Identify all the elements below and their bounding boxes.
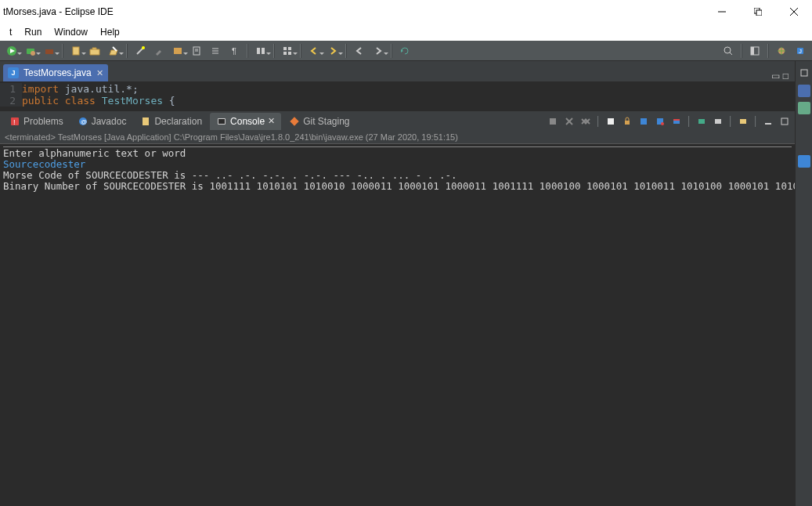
view-maximize-button[interactable]: [778, 114, 792, 128]
layout-button[interactable]: [252, 43, 269, 59]
code-editor[interactable]: 1 import java.util.*; 2 public class Tes…: [0, 81, 795, 110]
forward-button[interactable]: [370, 43, 387, 59]
nav-forward-button[interactable]: [324, 43, 341, 59]
console-removeall-button[interactable]: [579, 114, 593, 128]
console-scrolllock-button[interactable]: [620, 114, 634, 128]
svg-rect-31: [288, 52, 291, 55]
perspective-open-button[interactable]: [746, 43, 763, 59]
run-button[interactable]: [3, 43, 20, 59]
editor-minimize-icon[interactable]: ▭: [771, 70, 780, 81]
console-showwhenout-button[interactable]: [695, 114, 709, 128]
problems-tab[interactable]: ! Problems: [3, 113, 70, 130]
svg-rect-46: [143, 117, 149, 125]
console-output[interactable]: Enter alphanumeric text or word Sourceco…: [0, 144, 795, 506]
svg-rect-58: [625, 121, 630, 125]
console-toggle-button[interactable]: [669, 114, 684, 128]
git-icon: [289, 116, 300, 127]
editor-tab-close-button[interactable]: ✕: [96, 68, 103, 78]
svg-rect-66: [740, 119, 746, 124]
run-config-button[interactable]: [22, 43, 39, 59]
menu-help[interactable]: Help: [94, 25, 126, 39]
coverage-button[interactable]: [41, 43, 58, 59]
console-header: <terminated> TestMorses [Java Applicatio…: [0, 131, 795, 144]
window-maximize-button[interactable]: [740, 0, 776, 23]
svg-rect-49: [290, 117, 298, 125]
menu-run[interactable]: Run: [18, 25, 48, 39]
right-tool-gutter: [795, 61, 812, 506]
svg-rect-68: [781, 118, 788, 125]
new-button[interactable]: [67, 43, 85, 59]
list-button[interactable]: [207, 43, 224, 59]
package-button[interactable]: [169, 43, 186, 59]
window-title: tMorses.java - Eclipse IDE: [3, 6, 704, 17]
resource-button[interactable]: [188, 43, 205, 59]
console-pin-button[interactable]: [653, 114, 667, 128]
git-staging-tab[interactable]: Git Staging: [283, 113, 355, 130]
svg-rect-27: [262, 48, 265, 54]
svg-text:¶: ¶: [232, 46, 236, 56]
editor-tab-testmorses[interactable]: J TestMorses.java ✕: [3, 64, 108, 81]
pin-button[interactable]: ¶: [226, 43, 243, 59]
console-clear-button[interactable]: [604, 114, 618, 128]
debug-perspective-button[interactable]: [773, 43, 790, 59]
svg-rect-2: [756, 10, 762, 16]
svg-rect-26: [257, 48, 260, 54]
console-terminate-button[interactable]: [546, 114, 560, 128]
window-titlebar: tMorses.java - Eclipse IDE: [0, 0, 812, 23]
svg-rect-69: [801, 70, 807, 76]
svg-point-33: [724, 47, 731, 53]
declaration-tab[interactable]: Declaration: [134, 113, 208, 130]
svg-rect-16: [178, 48, 182, 51]
bottom-panel: ! Problems @ Javadoc Declaration Console…: [0, 110, 812, 506]
console-tab[interactable]: Console ✕: [210, 113, 281, 130]
console-display-button[interactable]: [711, 114, 725, 128]
svg-rect-15: [174, 48, 178, 51]
menu-window[interactable]: Window: [48, 25, 94, 39]
java-perspective-button[interactable]: J: [792, 43, 809, 59]
edit-button[interactable]: [105, 43, 122, 59]
problems-icon: !: [9, 116, 20, 127]
editor-maximize-icon[interactable]: □: [783, 70, 789, 81]
window-minimize-button[interactable]: [704, 0, 740, 23]
svg-point-8: [31, 51, 35, 56]
gutter-outline-button[interactable]: [798, 85, 810, 97]
gutter-line-2: 2: [0, 95, 22, 107]
svg-rect-9: [45, 49, 53, 54]
svg-text:!: !: [13, 118, 16, 126]
svg-text:@: @: [81, 118, 87, 125]
svg-rect-29: [288, 47, 291, 50]
svg-line-34: [730, 52, 732, 55]
editor-tabbar: J TestMorses.java ✕ ▭ □: [0, 61, 795, 81]
console-icon: [216, 116, 227, 127]
console-remove-button[interactable]: [562, 114, 576, 128]
open-button[interactable]: [86, 43, 103, 59]
view-minimize-button[interactable]: [761, 114, 775, 128]
javadoc-icon: @: [78, 116, 88, 127]
svg-text:J: J: [799, 48, 802, 55]
console-tab-close-button[interactable]: ✕: [268, 116, 275, 126]
svg-point-14: [142, 46, 145, 49]
svg-point-61: [661, 122, 664, 125]
wand-button[interactable]: [132, 43, 149, 59]
window-close-button[interactable]: [776, 0, 812, 23]
grid-button[interactable]: [279, 43, 296, 59]
java-file-icon: J: [8, 67, 19, 78]
console-wordwrap-button[interactable]: [637, 114, 651, 128]
javadoc-tab[interactable]: @ Javadoc: [71, 113, 133, 130]
menu-t[interactable]: t: [3, 25, 18, 39]
refresh-button[interactable]: [396, 43, 413, 59]
declaration-icon: [140, 116, 151, 127]
svg-rect-28: [283, 47, 287, 50]
console-open-button[interactable]: [736, 114, 750, 128]
svg-rect-36: [751, 47, 754, 55]
back-button[interactable]: [351, 43, 368, 59]
svg-rect-64: [698, 119, 705, 124]
gutter-task-button[interactable]: [798, 102, 810, 114]
gutter-restore-button[interactable]: [797, 66, 811, 80]
brush-button[interactable]: [150, 43, 168, 59]
svg-rect-48: [218, 119, 225, 124]
gutter-view-button[interactable]: [798, 155, 810, 168]
search-button[interactable]: [720, 43, 737, 59]
main-toolbar: ¶ J: [0, 41, 812, 61]
nav-back-button[interactable]: [305, 43, 323, 59]
